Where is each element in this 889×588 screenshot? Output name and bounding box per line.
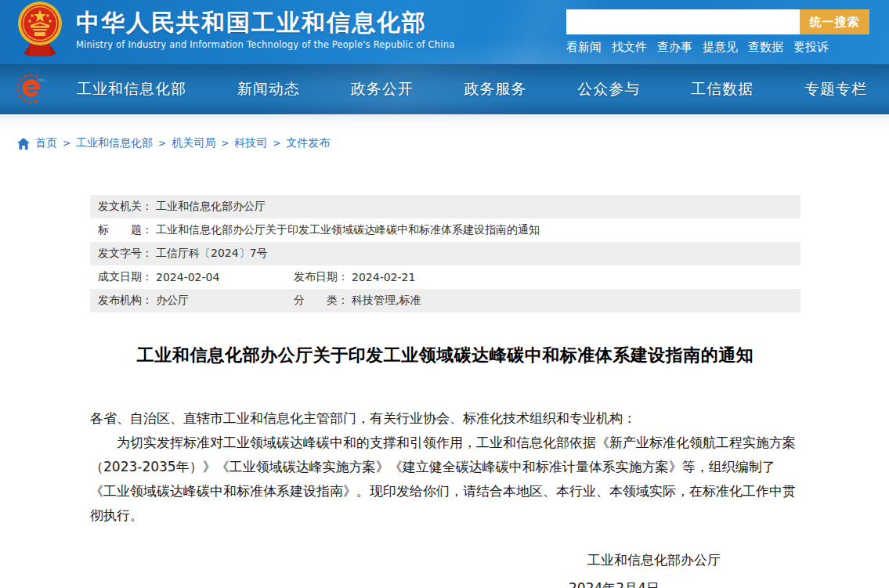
content-top-fade <box>0 114 889 132</box>
breadcrumb-tech-dept[interactable]: 科技司 <box>234 136 267 150</box>
nav-item-gov-info-label[interactable]: 政务公开 <box>351 80 414 97</box>
quick-links: 看新闻 找文件 查办事 提意见 查数据 要投诉 <box>566 40 829 55</box>
meta-value: 工信厅科〔2024〕7号 <box>156 247 268 261</box>
signature-date: 2024年2月4日 <box>90 579 800 588</box>
breadcrumb-document-release[interactable]: 文件发布 <box>286 136 330 150</box>
national-emblem-icon[interactable] <box>17 0 63 60</box>
document-meta-table: 发文机关： 工业和信息化部办公厅 标 题： 工业和信息化部办公厅关于印发工业领域… <box>90 195 800 312</box>
breadcrumb-separator: > <box>158 138 166 149</box>
nav-item-gov-info[interactable]: 政务公开 <box>351 79 414 99</box>
nav-item-participation-label[interactable]: 公众参与 <box>577 80 640 97</box>
article-body: 各省、自治区、直辖市工业和信息化主管部门，有关行业协会、标准化技术组织和专业机构… <box>90 406 800 528</box>
breadcrumb-separator: > <box>221 138 229 149</box>
meta-label: 发文机关： <box>98 200 153 214</box>
nav-item-topics[interactable]: 专题专栏 <box>804 79 867 99</box>
meta-row-dates: 成文日期： 2024-02-04 发布日期： 2024-02-21 <box>90 265 800 289</box>
nav-item-data[interactable]: 工信数据 <box>691 79 753 99</box>
search-button[interactable]: 统一搜索 <box>800 9 869 34</box>
quick-link-feedback[interactable]: 提意见 <box>703 40 738 55</box>
quick-link-services[interactable]: 查办事 <box>657 40 692 55</box>
nav-item-data-label[interactable]: 工信数据 <box>691 80 753 97</box>
quick-link-files[interactable]: 找文件 <box>612 40 647 55</box>
meta-value: 科技管理,标准 <box>352 294 421 308</box>
nav-item-miit-label[interactable]: 工业和信息化部 <box>77 80 186 97</box>
site-header: 中华人民共和国工业和信息化部 Ministry of Industry and … <box>0 0 889 64</box>
nav-item-gov-services-label[interactable]: 政务服务 <box>464 80 526 97</box>
quick-link-complaint[interactable]: 要投诉 <box>793 40 829 55</box>
breadcrumb: 首页 > 工业和信息化部 > 机关司局 > 科技司 > 文件发布 <box>17 136 889 150</box>
meta-row-title: 标 题： 工业和信息化部办公厅关于印发工业领域碳达峰碳中和标准体系建设指南的通知 <box>90 218 800 242</box>
nav-item-participation[interactable]: 公众参与 <box>577 79 640 99</box>
meta-label: 发布机构： <box>98 294 153 308</box>
nav-items: 工业和信息化部 新闻动态 政务公开 政务服务 公众参与 工信数据 专题专栏 <box>77 64 867 114</box>
site-subtitle: Ministry of Industry and Information Tec… <box>76 39 454 50</box>
signature-agency: 工业和信息化部办公厅 <box>90 551 800 569</box>
quick-link-news[interactable]: 看新闻 <box>566 40 602 55</box>
article-paragraph-salutation: 各省、自治区、直辖市工业和信息化主管部门，有关行业协会、标准化技术组织和专业机构… <box>90 406 800 431</box>
meta-label: 成文日期： <box>98 270 153 284</box>
meta-row-issuing-agency: 发文机关： 工业和信息化部办公厅 <box>90 195 800 218</box>
nav-item-gov-services[interactable]: 政务服务 <box>464 79 526 99</box>
meta-row-publisher-category: 发布机构： 办公厅 分 类： 科技管理,标准 <box>90 289 800 312</box>
meta-value: 办公厅 <box>156 294 189 308</box>
breadcrumb-departments[interactable]: 机关司局 <box>172 136 215 150</box>
quick-link-data[interactable]: 查数据 <box>748 40 783 55</box>
breadcrumb-miit[interactable]: 工业和信息化部 <box>76 136 153 150</box>
meta-row-doc-number: 发文字号： 工信厅科〔2024〕7号 <box>90 242 800 265</box>
nav-item-miit[interactable]: 工业和信息化部 <box>77 79 186 99</box>
article-paragraph-main: 为切实发挥标准对工业领域碳达峰碳中和的支撑和引领作用，工业和信息化部依据《新产业… <box>90 431 800 528</box>
breadcrumb-home[interactable]: 首页 <box>35 136 57 150</box>
meta-label: 发文字号： <box>98 247 153 261</box>
meta-label: 分 类： <box>294 294 349 308</box>
meta-value: 工业和信息化部办公厅 <box>156 200 266 214</box>
meta-label: 发布日期： <box>294 270 349 284</box>
meta-value: 2024-02-21 <box>352 271 415 283</box>
signature-block: 工业和信息化部办公厅 2024年2月4日 <box>90 551 800 588</box>
meta-label: 标 题： <box>98 223 153 237</box>
nav-item-news[interactable]: 新闻动态 <box>237 79 300 99</box>
miit-logo-icon[interactable] <box>16 73 50 106</box>
primary-nav: 工业和信息化部 新闻动态 政务公开 政务服务 公众参与 工信数据 专题专栏 <box>0 64 889 114</box>
search-bar: 统一搜索 <box>566 9 869 34</box>
nav-item-topics-label[interactable]: 专题专栏 <box>804 80 867 97</box>
meta-value: 2024-02-04 <box>156 271 219 283</box>
meta-value: 工业和信息化部办公厅关于印发工业领域碳达峰碳中和标准体系建设指南的通知 <box>156 223 540 237</box>
article-title: 工业和信息化部办公厅关于印发工业领域碳达峰碳中和标准体系建设指南的通知 <box>90 344 800 367</box>
site-title: 中华人民共和国工业和信息化部 <box>76 9 454 36</box>
breadcrumb-separator: > <box>273 138 280 149</box>
nav-item-news-label[interactable]: 新闻动态 <box>237 80 300 97</box>
home-icon[interactable] <box>17 138 30 150</box>
breadcrumb-separator: > <box>63 138 70 149</box>
search-input[interactable] <box>566 9 800 34</box>
